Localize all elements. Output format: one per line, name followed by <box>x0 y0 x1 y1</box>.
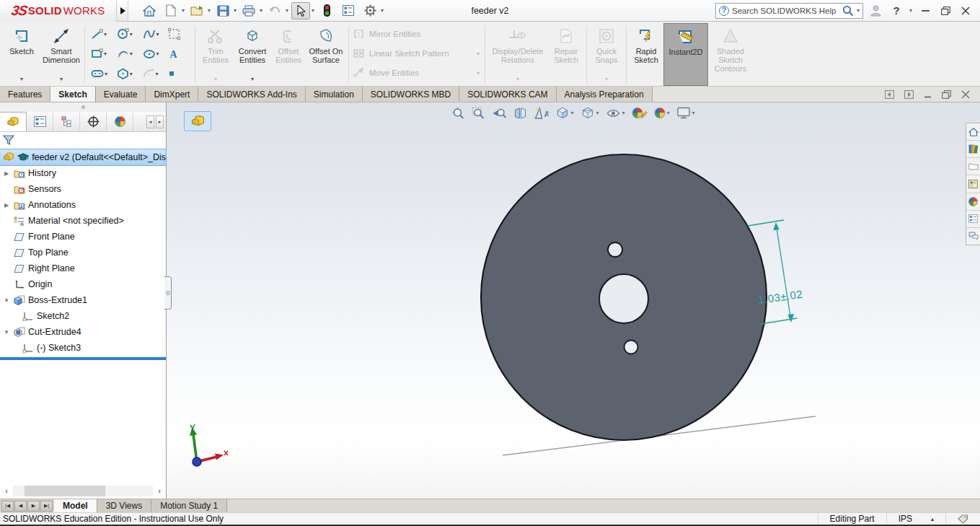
tree-item-cut-extrude4[interactable]: ▼ Cut-Extrude4 <box>0 324 166 340</box>
previous-tab-button[interactable]: ◀ <box>14 501 27 512</box>
zoom-to-area-button[interactable] <box>472 107 485 120</box>
display-style-button[interactable]: ▾ <box>581 106 599 120</box>
taskpane-forum-tab[interactable] <box>966 228 980 245</box>
tree-item-sketch3[interactable]: (-) Sketch3 <box>0 340 166 356</box>
apply-scene-dropdown[interactable]: ▾ <box>667 110 670 116</box>
orientation-triad[interactable] <box>190 424 228 466</box>
select-tool-button[interactable] <box>291 2 310 19</box>
scrollbar-thumb[interactable] <box>25 486 106 496</box>
tab-dimxpert[interactable]: DimXpert <box>146 87 198 102</box>
expander-icon[interactable]: ▼ <box>3 297 10 304</box>
open-document-button[interactable] <box>187 2 206 19</box>
graphics-viewport[interactable]: 1.03±.02 A <box>167 102 980 499</box>
display-style-dropdown[interactable]: ▾ <box>596 110 599 116</box>
convert-entities-button[interactable]: Convert Entities ▾ <box>234 23 271 86</box>
view-orientation-dropdown[interactable]: ▾ <box>570 110 573 116</box>
tab-motion-study-1[interactable]: Motion Study 1 <box>151 499 227 512</box>
tab-solidworks-addins[interactable]: SOLIDWORKS Add-Ins <box>198 87 305 102</box>
doc-close-icon[interactable] <box>961 90 970 99</box>
tree-item-origin[interactable]: Origin <box>0 276 166 292</box>
taskpane-view-palette-tab[interactable] <box>966 175 980 193</box>
next-tab-button[interactable]: ▶ <box>27 501 40 512</box>
tab-configurationmanager[interactable] <box>53 112 80 131</box>
unit-system-selector[interactable]: IPS ▴ <box>886 513 945 525</box>
first-tab-button[interactable]: |◀ <box>1 501 14 512</box>
selection-breadcrumb[interactable] <box>184 111 211 131</box>
minimize-button[interactable] <box>918 4 932 18</box>
hide-show-items-button[interactable]: ▾ <box>606 108 624 119</box>
ellipse-tool[interactable]: ▾ <box>141 49 166 59</box>
scrollbar-track[interactable] <box>13 486 153 496</box>
tree-item-boss-extrude1[interactable]: ▼ Boss-Extrude1 <box>0 292 166 308</box>
smart-dimension-dropdown[interactable]: ▾ <box>60 75 63 84</box>
dynamic-annotation-views-button[interactable]: A <box>534 107 548 120</box>
tree-item-sensors[interactable]: Sensors <box>0 181 166 197</box>
corner-rectangle-tool[interactable]: ▾ <box>89 48 114 59</box>
slot-tool[interactable]: ▾ <box>89 69 114 78</box>
taskpane-file-explorer-tab[interactable] <box>966 158 980 175</box>
panel-collapse-handle[interactable] <box>0 102 166 112</box>
settings-dropdown[interactable]: ▾ <box>381 7 384 14</box>
new-document-dropdown[interactable]: ▾ <box>182 7 185 14</box>
restore-button[interactable] <box>938 4 953 18</box>
sketch-button[interactable]: Sketch ▾ <box>3 23 40 86</box>
help-menu-button[interactable]: ? <box>889 4 904 18</box>
offset-on-surface-button[interactable]: Offset On Surface <box>306 23 346 86</box>
rollback-bar[interactable] <box>0 357 166 360</box>
select-tool-dropdown[interactable]: ▾ <box>312 7 314 14</box>
sign-in-button[interactable] <box>869 4 883 18</box>
help-search-box[interactable]: ? ▾ <box>715 3 863 19</box>
sketch-fillet-tool[interactable]: ▾ <box>141 69 166 79</box>
section-view-button[interactable] <box>513 107 526 120</box>
apply-scene-button[interactable]: ▾ <box>655 108 670 118</box>
tree-filter-row[interactable] <box>0 132 166 149</box>
text-tool[interactable]: A <box>166 48 191 59</box>
view-settings-button[interactable]: ▾ <box>677 107 695 119</box>
arc-tool[interactable]: ▾ <box>115 48 140 59</box>
view-settings-dropdown[interactable]: ▾ <box>692 110 695 116</box>
options-list-button[interactable] <box>339 2 358 19</box>
view-orientation-button[interactable]: ▾ <box>555 106 573 120</box>
tree-item-annotations[interactable]: ▶ A Annotations <box>0 197 166 213</box>
pane-previous-icon[interactable] <box>885 90 894 99</box>
tree-item-sketch2[interactable]: Sketch2 <box>0 308 166 324</box>
smart-dimension-button[interactable]: Smart Dimension ▾ <box>40 23 82 86</box>
line-tool[interactable]: ▾ <box>89 29 114 40</box>
help-menu-dropdown[interactable]: ▾ <box>909 7 912 14</box>
last-tab-button[interactable]: ▶| <box>40 501 53 512</box>
tree-item-history[interactable]: ▶ History <box>0 165 166 181</box>
taskpane-home-tab[interactable] <box>966 123 980 141</box>
disc-part[interactable] <box>481 154 767 440</box>
pane-next-icon[interactable] <box>904 90 914 99</box>
open-document-dropdown[interactable]: ▾ <box>208 7 211 14</box>
menu-flyout-button[interactable] <box>117 1 128 21</box>
tab-displaymanager[interactable] <box>107 112 133 131</box>
tree-item-top-plane[interactable]: Top Plane <box>0 245 166 260</box>
previous-view-button[interactable] <box>492 107 506 120</box>
home-button[interactable] <box>140 2 159 19</box>
tab-evaluate[interactable]: Evaluate <box>96 87 146 102</box>
polygon-tool[interactable]: ▾ <box>115 68 140 79</box>
tab-3d-views[interactable]: 3D Views <box>97 499 151 512</box>
circle-tool[interactable]: ▾ <box>115 28 140 40</box>
performance-evaluation-button[interactable] <box>317 2 336 19</box>
undo-button[interactable] <box>265 2 284 19</box>
scroll-right-arrow[interactable]: › <box>154 486 164 496</box>
tab-propertymanager[interactable] <box>27 112 53 131</box>
settings-button[interactable] <box>361 2 379 19</box>
tab-dimxpertmanager[interactable] <box>80 112 107 131</box>
rapid-sketch-button[interactable]: Rapid Sketch <box>629 23 663 86</box>
search-dropdown[interactable]: ▾ <box>857 7 860 14</box>
tab-scroll-left[interactable]: ◂ <box>146 115 154 128</box>
sketch-dropdown[interactable]: ▾ <box>20 75 23 84</box>
units-dropdown-arrow[interactable]: ▴ <box>931 516 934 522</box>
instant2d-button[interactable]: Instant2D <box>663 23 708 86</box>
tree-item-right-plane[interactable]: Right Plane <box>0 260 166 276</box>
tab-sketch[interactable]: Sketch <box>50 87 95 102</box>
search-input[interactable] <box>732 6 839 15</box>
selection-box-tool[interactable] <box>166 28 191 40</box>
expander-icon[interactable]: ▶ <box>3 202 10 209</box>
spline-tool[interactable]: ▾ <box>141 29 166 40</box>
scroll-left-arrow[interactable]: ‹ <box>1 486 12 496</box>
tree-item-material[interactable]: Material <not specified> <box>0 213 166 229</box>
